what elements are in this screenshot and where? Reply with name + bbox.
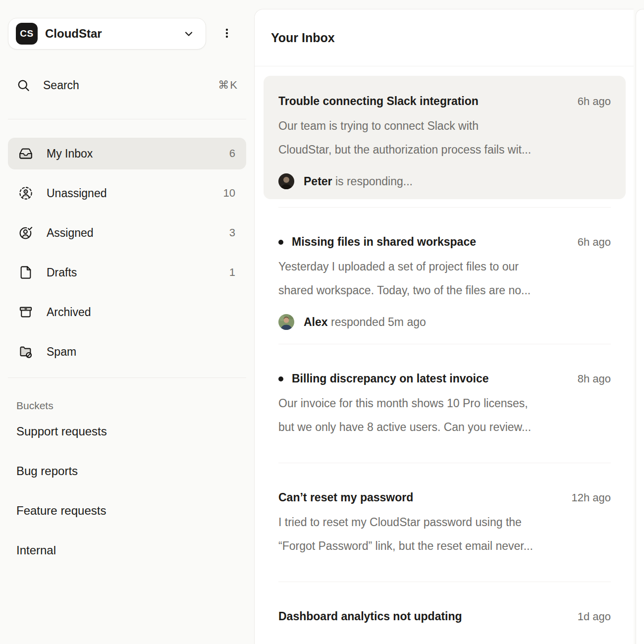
workspace-logo-initials: CS	[20, 28, 33, 39]
workspace-name: CloudStar	[45, 27, 102, 41]
bucket-item-internal[interactable]: Internal	[8, 531, 246, 570]
sidebar-item-unassigned[interactable]: Unassigned 10	[8, 177, 246, 209]
folder-block-icon	[19, 345, 33, 359]
search-shortcut: ⌘K	[218, 79, 238, 92]
sidebar: CS CloudStar Search ⌘K My Inbox	[0, 0, 254, 644]
search-icon	[17, 79, 30, 92]
conversation-list: Trouble connecting Slack integration 6h …	[255, 66, 634, 644]
conversation-title: Billing discrepancy on latest invoice	[292, 372, 489, 385]
conversation-time: 8h ago	[568, 373, 611, 385]
sidebar-item-count: 10	[223, 187, 235, 200]
conversation-title: Dashboard analytics not updating	[278, 610, 462, 623]
conversation-head: Billing discrepancy on latest invoice 8h…	[278, 372, 611, 385]
conversation-title: Can’t reset my password	[278, 491, 413, 504]
conversation-row-missing-files-in-shared-workspace[interactable]: Missing files in shared workspace 6h ago…	[264, 208, 626, 344]
sidebar-item-label: Archived	[47, 306, 91, 319]
workspace-switcher[interactable]: CS CloudStar	[8, 18, 206, 50]
peter-avatar	[278, 173, 294, 189]
conversation-footer: Alex responded 5m ago	[278, 314, 611, 330]
sidebar-divider	[8, 119, 246, 119]
bucket-item-label: Internal	[16, 543, 56, 557]
conversation-time: 1d ago	[568, 610, 611, 623]
conversation-time: 12h ago	[561, 491, 611, 504]
conversation-title: Trouble connecting Slack integration	[278, 95, 479, 108]
conversation-preview: Yesterday I uploaded a set of project fi…	[278, 255, 611, 302]
sidebar-item-label: My Inbox	[47, 147, 93, 161]
conversation-footer-text: Peter is responding...	[304, 175, 413, 188]
inbox-header: Your Inbox	[255, 9, 634, 66]
chevron-down-icon	[183, 28, 195, 40]
kebab-icon	[221, 27, 233, 41]
alex-avatar	[278, 314, 294, 330]
conversation-row-trouble-connecting-slack-integration[interactable]: Trouble connecting Slack integration 6h …	[264, 76, 626, 199]
sidebar-item-spam[interactable]: Spam	[8, 336, 246, 368]
conversation-time: 6h ago	[568, 236, 611, 249]
conversation-row-billing-discrepancy-on-latest-invoice[interactable]: Billing discrepancy on latest invoice 8h…	[264, 344, 626, 463]
search-label: Search	[43, 79, 79, 92]
sidebar-top: CS CloudStar	[8, 18, 246, 50]
archive-icon	[19, 305, 33, 319]
page-title: Your Inbox	[271, 31, 335, 45]
sidebar-divider	[8, 377, 246, 378]
kebab-menu-button[interactable]	[218, 24, 236, 44]
app-root: CS CloudStar Search ⌘K My Inbox	[0, 0, 644, 644]
sidebar-item-label: Unassigned	[47, 187, 107, 200]
bucket-item-bug-reports[interactable]: Bug reports	[8, 451, 246, 491]
conversation-row-dashboard-analytics-not-updating[interactable]: Dashboard analytics not updating 1d ago	[264, 582, 626, 644]
bucket-item-label: Bug reports	[16, 464, 78, 478]
search-button[interactable]: Search ⌘K	[8, 73, 246, 97]
unread-dot-icon	[278, 376, 283, 381]
inbox-icon	[19, 147, 33, 161]
bucket-item-support-requests[interactable]: Support requests	[8, 412, 246, 451]
sidebar-item-assigned[interactable]: Assigned 3	[8, 217, 246, 249]
conversation-head: Can’t reset my password 12h ago	[278, 491, 611, 504]
sidebar-item-drafts[interactable]: Drafts 1	[8, 257, 246, 288]
conversation-preview: Our invoice for this month shows 10 Pro …	[278, 391, 611, 439]
sidebar-item-count: 6	[229, 147, 235, 160]
buckets-list: Support requests Bug reports Feature req…	[8, 412, 246, 570]
user-dashed-icon	[19, 186, 33, 200]
bucket-item-label: Feature requests	[16, 504, 106, 518]
conversation-footer: Peter is responding...	[278, 173, 611, 189]
inbox-panel: Your Inbox Trouble connecting Slack inte…	[254, 9, 634, 644]
secondary-panel-edge	[636, 9, 644, 644]
conversation-footer-text: Alex responded 5m ago	[304, 316, 426, 329]
sidebar-item-archived[interactable]: Archived	[8, 296, 246, 328]
conversation-row-can-t-reset-my-password[interactable]: Can’t reset my password 12h ago I tried …	[264, 463, 626, 582]
sidebar-item-count: 3	[229, 226, 235, 239]
buckets-section: Buckets Support requests Bug reports Fea…	[8, 400, 246, 570]
sidebar-item-label: Drafts	[47, 266, 77, 279]
conversation-head: Dashboard analytics not updating 1d ago	[278, 610, 611, 623]
file-icon	[19, 266, 33, 279]
bucket-item-feature-requests[interactable]: Feature requests	[8, 491, 246, 531]
conversation-preview: I tried to reset my CloudStar password u…	[278, 510, 611, 558]
sidebar-item-count: 1	[229, 266, 235, 279]
main-column: Your Inbox Trouble connecting Slack inte…	[254, 0, 644, 644]
unread-dot-icon	[278, 240, 283, 245]
bucket-item-label: Support requests	[16, 425, 107, 438]
workspace-logo: CS	[16, 23, 38, 45]
sidebar-item-my-inbox[interactable]: My Inbox 6	[8, 138, 246, 169]
sidebar-item-label: Assigned	[47, 226, 94, 240]
conversation-preview: Our team is trying to connect Slack with…	[278, 114, 611, 161]
conversation-head: Trouble connecting Slack integration 6h …	[278, 95, 611, 108]
conversation-time: 6h ago	[568, 95, 611, 108]
user-check-icon	[19, 226, 33, 240]
sidebar-nav: My Inbox 6 Unassigned 10 Assigned 3 Draf…	[8, 138, 246, 368]
conversation-head: Missing files in shared workspace 6h ago	[278, 235, 611, 249]
conversation-title: Missing files in shared workspace	[292, 235, 476, 249]
sidebar-item-label: Spam	[47, 345, 76, 359]
buckets-heading: Buckets	[8, 400, 246, 412]
